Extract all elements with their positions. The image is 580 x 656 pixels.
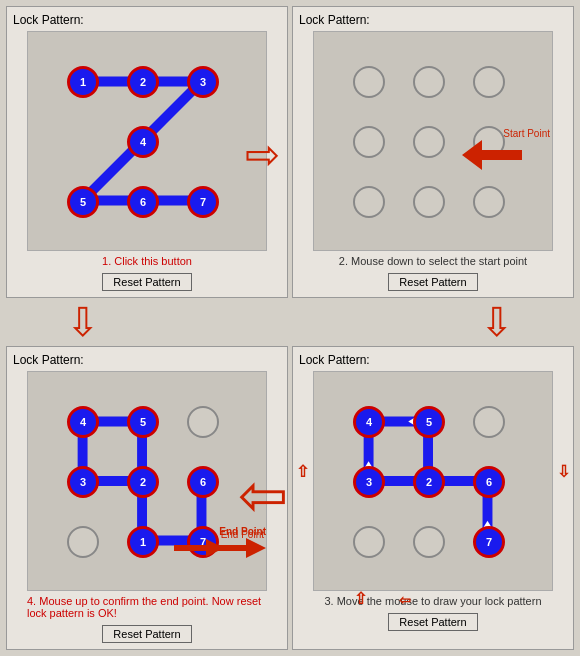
panel-bottom-left-label: 4. Mouse up to confirm the end point. No… [27,595,267,619]
bl-node-3: 3 [67,466,99,498]
arrow-bottom-left: ⇧ [354,589,367,608]
arrow-bottom-mid: ⇦ [399,592,411,608]
svg-marker-5 [462,140,522,170]
br-node-7: 7 [473,526,505,558]
node-6: 6 [127,186,159,218]
node-r1-2 [413,66,445,98]
node-3: 3 [187,66,219,98]
start-point-label: Start Point [503,128,550,139]
pattern-grid-bottom-left: 4 5 3 2 6 1 7 End Point End Point [27,371,267,591]
bl-node-2: 2 [127,466,159,498]
end-point-text: End Point [221,529,264,540]
node-r1-1 [353,66,385,98]
bl-node-5: 5 [127,406,159,438]
reset-btn-top-right[interactable]: Reset Pattern [388,273,477,291]
br-node-empty3 [413,526,445,558]
node-1: 1 [67,66,99,98]
arrow-left-mid: ⇧ [296,462,309,481]
node-r3-1 [353,186,385,218]
bl-node-1: 1 [127,526,159,558]
node-r3-2 [413,186,445,218]
down-arrow-right: ⇩ [480,299,514,345]
panel-top-left-label: 1. Click this button [102,255,192,267]
br-node-2: 2 [413,466,445,498]
pattern-grid-bottom-right: 4 5 3 2 6 7 ⇧ ⇩ ⇧ ⇦ [313,371,553,591]
reset-btn-bottom-right[interactable]: Reset Pattern [388,613,477,631]
panel-top-right-title: Lock Pattern: [299,13,370,27]
node-r3-3 [473,186,505,218]
reset-btn-bottom-left[interactable]: Reset Pattern [102,625,191,643]
bl-node-6: 6 [187,466,219,498]
br-node-empty2 [353,526,385,558]
node-4: 4 [127,126,159,158]
panel-bottom-left-title: Lock Pattern: [13,353,84,367]
node-5: 5 [67,186,99,218]
bl-node-empty1 [187,406,219,438]
panel-bottom-right: Lock Pattern: 4 5 [292,346,574,650]
br-node-4: 4 [353,406,385,438]
panel-top-right-label: 2. Mouse down to select the start point [339,255,527,267]
br-node-empty1 [473,406,505,438]
pattern-grid-top-left: 1 2 3 4 5 6 7 [27,31,267,251]
middle-arrows: ⇩ ⇩ [6,302,574,342]
br-node-5: 5 [413,406,445,438]
start-point-arrow [462,140,522,173]
panel-bottom-left: Lock Pattern: 4 5 3 2 6 1 [6,346,288,650]
end-point-label: End Point [211,538,266,560]
svg-marker-13 [211,538,266,558]
bl-node-empty2 [67,526,99,558]
bl-node-4: 4 [67,406,99,438]
node-r2-1 [353,126,385,158]
down-arrow-left: ⇩ [66,299,100,345]
br-node-6: 6 [473,466,505,498]
node-2: 2 [127,66,159,98]
node-r1-3 [473,66,505,98]
arrow-right-mid: ⇩ [557,462,570,481]
panel-top-left: Lock Pattern: 1 2 3 4 5 6 7 [6,6,288,298]
reset-btn-top-left[interactable]: Reset Pattern [102,273,191,291]
node-r2-2 [413,126,445,158]
node-7: 7 [187,186,219,218]
pattern-grid-top-right: Start Point [313,31,553,251]
panel-top-left-title: Lock Pattern: [13,13,84,27]
panel-top-right: Lock Pattern: Start Point 2. Mouse down … [292,6,574,298]
br-node-3: 3 [353,466,385,498]
panel-bottom-right-title: Lock Pattern: [299,353,370,367]
